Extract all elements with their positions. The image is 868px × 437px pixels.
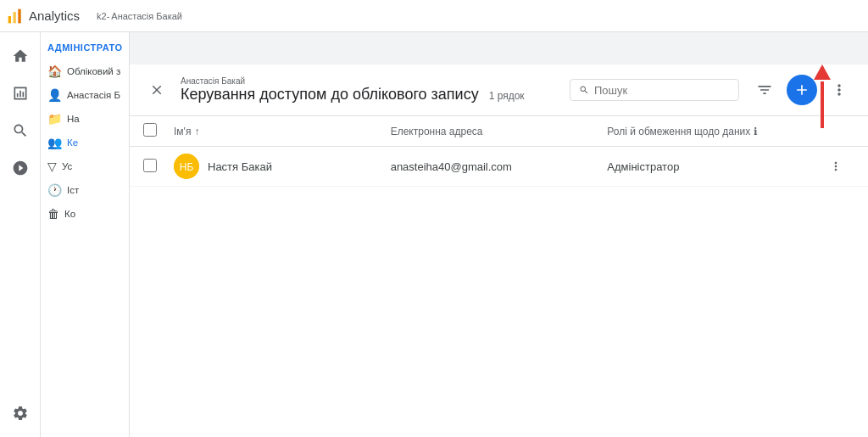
user-name-cell: НБ Настя Бакай bbox=[174, 154, 391, 179]
row-checkbox-cell bbox=[143, 159, 174, 175]
arrow-head bbox=[814, 64, 831, 80]
sidebar-filter-item[interactable]: ▽ Ус bbox=[41, 154, 129, 178]
role-help-icon[interactable]: ℹ bbox=[754, 126, 758, 137]
account-icon: 🏠 bbox=[47, 64, 62, 78]
filter-button[interactable] bbox=[749, 75, 780, 105]
sidebar-history-item[interactable]: 🕐 Іст bbox=[41, 178, 129, 202]
email-cell: anasteiha40@gmail.com bbox=[391, 160, 608, 173]
user-name: Настя Бакай bbox=[208, 160, 272, 173]
user-item-label: Анастасія Б bbox=[67, 90, 120, 100]
search-icon bbox=[579, 83, 589, 97]
filter-item-label: Ус bbox=[62, 161, 72, 171]
secondary-sidebar-section: 🏠 Обліковий з 👤 Анастасія Б 📁 На 👥 Ке ▽ … bbox=[41, 56, 129, 229]
sidebar-access-item[interactable]: 👥 Ке bbox=[41, 131, 129, 154]
left-sidebar bbox=[0, 32, 41, 437]
user-icon: 👤 bbox=[47, 88, 62, 102]
dialog-table: Ім'я ↑ Електронна адреса Ролі й обмеженн… bbox=[130, 116, 868, 437]
sidebar-audience-icon[interactable] bbox=[3, 151, 37, 185]
row-checkbox[interactable] bbox=[143, 159, 157, 172]
svg-rect-0 bbox=[8, 16, 11, 23]
svg-text:НБ: НБ bbox=[180, 161, 194, 173]
sidebar-folder-item[interactable]: 📁 На bbox=[41, 107, 129, 131]
top-bar: Analytics k2- Анастасія Бакай bbox=[0, 0, 868, 32]
dialog-panel: Анастасія Бакай Керування доступом до об… bbox=[130, 64, 868, 437]
app-name: Analytics bbox=[29, 8, 80, 23]
avatar: НБ bbox=[174, 154, 199, 179]
user-name-top: Анастасія Бакай bbox=[111, 11, 182, 21]
trash-item-label: Ко bbox=[64, 209, 75, 219]
svg-rect-1 bbox=[14, 12, 16, 23]
access-item-label: Ке bbox=[67, 137, 78, 148]
account-item-label: Обліковий з bbox=[67, 66, 120, 76]
arrow-line bbox=[821, 81, 824, 128]
sort-icon: ↑ bbox=[194, 126, 199, 137]
folder-icon: 📁 bbox=[47, 112, 62, 126]
table-row: НБ Настя Бакай anasteiha40@gmail.com Адм… bbox=[130, 147, 868, 187]
group-icon: 👥 bbox=[47, 136, 62, 149]
row-actions-cell bbox=[824, 154, 854, 178]
dialog-title: Керування доступом до облікового запису bbox=[181, 86, 479, 104]
sidebar-settings-icon[interactable] bbox=[3, 396, 37, 430]
header-email-label: Електронна адреса bbox=[391, 126, 483, 137]
dialog-search-box[interactable] bbox=[570, 79, 739, 101]
app-logo[interactable]: Analytics bbox=[7, 8, 80, 25]
analytics-logo-icon bbox=[7, 8, 24, 25]
red-arrow-annotation bbox=[814, 66, 831, 128]
dialog-close-button[interactable] bbox=[143, 76, 170, 104]
svg-rect-2 bbox=[18, 8, 20, 23]
role-cell: Адміністратор bbox=[607, 160, 824, 173]
header-role-cell: Ролі й обмеження щодо даних ℹ bbox=[607, 126, 824, 137]
header-email-cell: Електронна адреса bbox=[391, 126, 608, 137]
secondary-sidebar-header: АДМІНІСТРАТО bbox=[41, 32, 129, 56]
filter-icon: ▽ bbox=[47, 160, 57, 173]
sidebar-trash-item[interactable]: 🗑 Ко bbox=[41, 202, 129, 226]
header-checkbox-cell bbox=[143, 123, 174, 139]
dialog-row-count: 1 рядок bbox=[489, 90, 525, 102]
search-input[interactable] bbox=[594, 84, 730, 97]
dialog-header: Анастасія Бакай Керування доступом до об… bbox=[130, 64, 868, 116]
account-label: k2- bbox=[97, 11, 109, 21]
header-name-label: Ім'я bbox=[174, 126, 191, 137]
add-user-button[interactable] bbox=[787, 75, 817, 105]
history-item-label: Іст bbox=[67, 185, 79, 195]
sidebar-user-item[interactable]: 👤 Анастасія Б bbox=[41, 83, 129, 107]
row-more-button[interactable] bbox=[824, 154, 848, 178]
header-role-label: Ролі й обмеження щодо даних bbox=[607, 126, 750, 137]
sidebar-home-icon[interactable] bbox=[3, 39, 37, 73]
user-role: Адміністратор bbox=[607, 160, 679, 173]
folder-item-label: На bbox=[67, 114, 80, 124]
avatar-image: НБ bbox=[174, 154, 199, 179]
secondary-sidebar: АДМІНІСТРАТО 🏠 Обліковий з 👤 Анастасія Б… bbox=[41, 32, 130, 437]
sidebar-account-item[interactable]: 🏠 Обліковий з bbox=[41, 59, 129, 83]
dialog-subtitle: Анастасія Бакай bbox=[181, 76, 559, 86]
header-name-cell: Ім'я ↑ bbox=[174, 126, 391, 137]
dialog-toolbar bbox=[749, 75, 854, 105]
sidebar-explore-icon[interactable] bbox=[3, 114, 37, 148]
user-email: anasteiha40@gmail.com bbox=[391, 160, 512, 173]
select-all-checkbox[interactable] bbox=[143, 123, 157, 137]
history-icon: 🕐 bbox=[47, 183, 62, 197]
dialog-title-group: Анастасія Бакай Керування доступом до об… bbox=[181, 76, 559, 104]
trash-icon: 🗑 bbox=[47, 207, 59, 221]
table-header-row: Ім'я ↑ Електронна адреса Ролі й обмеженн… bbox=[130, 116, 868, 147]
sidebar-reports-icon[interactable] bbox=[3, 76, 37, 110]
